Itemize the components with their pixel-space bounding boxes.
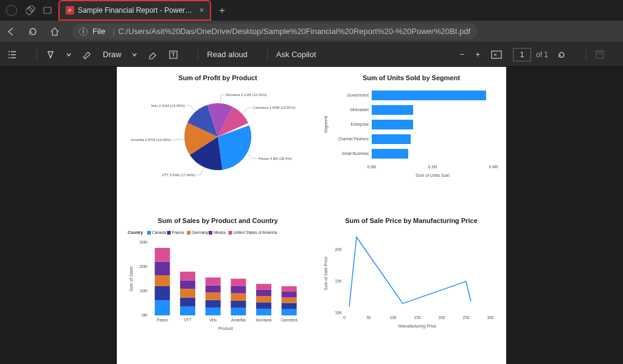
svg-rect-77 bbox=[282, 292, 297, 298]
window-titlebar: P Sample Financial Report - Power… × ＋ bbox=[0, 0, 623, 21]
address-bar[interactable]: i File | C:/Users/Asit%20Das/OneDrive/De… bbox=[72, 24, 478, 39]
svg-rect-65 bbox=[231, 286, 246, 294]
rotate-button[interactable] bbox=[557, 50, 566, 60]
address-bar-row: i File | C:/Users/Asit%20Das/OneDrive/De… bbox=[0, 21, 623, 43]
svg-rect-59 bbox=[206, 286, 221, 293]
svg-rect-62 bbox=[231, 308, 246, 315]
svg-rect-45 bbox=[155, 286, 170, 300]
svg-text:Carretera 1.83M (10.81%): Carretera 1.83M (10.81%) bbox=[253, 106, 296, 109]
chart-title: Sum of Sales by Product and Country bbox=[158, 217, 277, 224]
svg-rect-74 bbox=[282, 309, 297, 315]
url-scheme: File bbox=[92, 27, 105, 36]
svg-text:Paseo: Paseo bbox=[157, 318, 169, 322]
zoom-in-button[interactable]: + bbox=[475, 50, 480, 59]
home-button[interactable] bbox=[50, 27, 62, 36]
svg-rect-69 bbox=[256, 302, 271, 309]
workspaces-icon[interactable] bbox=[26, 5, 35, 15]
svg-text:20K: 20K bbox=[335, 247, 342, 252]
site-info-icon[interactable]: i bbox=[79, 27, 88, 36]
svg-rect-35 bbox=[209, 231, 212, 235]
profile-avatar[interactable] bbox=[6, 5, 17, 16]
fit-page-button[interactable] bbox=[491, 50, 502, 59]
svg-rect-64 bbox=[231, 294, 246, 301]
svg-text:0M: 0M bbox=[142, 313, 147, 317]
zoom-out-button[interactable]: − bbox=[460, 50, 465, 59]
svg-text:Government: Government bbox=[347, 93, 369, 97]
svg-text:Paseo 4.8M (28.4%): Paseo 4.8M (28.4%) bbox=[259, 157, 292, 160]
bar-chart: GovernmentMidmarketEnterpriseChannel Par… bbox=[320, 85, 503, 185]
svg-rect-31 bbox=[167, 231, 171, 235]
svg-text:Sum of Sale Price: Sum of Sale Price bbox=[324, 256, 328, 290]
svg-text:200: 200 bbox=[439, 315, 445, 320]
svg-rect-44 bbox=[155, 300, 170, 315]
svg-text:0.0M: 0.0M bbox=[367, 165, 376, 169]
read-aloud-button[interactable]: Read aloud bbox=[207, 50, 248, 59]
svg-text:Velo: Velo bbox=[209, 318, 217, 322]
svg-text:300: 300 bbox=[487, 315, 494, 320]
draw-label[interactable]: Draw bbox=[103, 50, 121, 59]
svg-text:VTT 3.03M (17.96%): VTT 3.03M (17.96%) bbox=[162, 173, 196, 177]
tab-actions-icon[interactable] bbox=[43, 5, 52, 15]
tab-title: Sample Financial Report - Power… bbox=[78, 6, 192, 15]
svg-rect-13 bbox=[372, 91, 486, 100]
pdf-viewport[interactable]: Sum of Profit by Product Paseo 4.8M (28.… bbox=[0, 67, 623, 364]
svg-rect-47 bbox=[155, 262, 170, 276]
highlight-button[interactable] bbox=[46, 50, 55, 60]
svg-rect-54 bbox=[180, 272, 195, 280]
svg-text:Sum of Sales: Sum of Sales bbox=[129, 266, 133, 292]
svg-text:250: 250 bbox=[463, 315, 470, 320]
svg-rect-66 bbox=[231, 279, 246, 286]
svg-text:100: 100 bbox=[390, 315, 397, 320]
erase-button[interactable] bbox=[148, 50, 158, 60]
save-button[interactable] bbox=[595, 50, 605, 60]
browser-tab[interactable]: P Sample Financial Report - Power… × bbox=[60, 1, 210, 19]
svg-text:Sum of Units Sold: Sum of Units Sold bbox=[416, 173, 450, 177]
svg-text:Amarilla: Amarilla bbox=[231, 318, 246, 322]
svg-text:United States of America: United States of America bbox=[234, 230, 277, 235]
svg-text:Velo 2.31M (13.05%): Velo 2.31M (13.05%) bbox=[151, 104, 185, 108]
svg-rect-50 bbox=[180, 307, 195, 315]
svg-rect-57 bbox=[206, 300, 221, 307]
svg-text:Enterprise: Enterprise bbox=[350, 122, 369, 127]
pdf-file-icon: P bbox=[66, 6, 74, 15]
svg-rect-53 bbox=[180, 280, 195, 289]
svg-text:Midmarket: Midmarket bbox=[350, 108, 369, 112]
contents-button[interactable] bbox=[7, 50, 17, 60]
draw-dropdown[interactable] bbox=[132, 52, 137, 57]
chart-title: Sum of Units Sold by Segment bbox=[363, 74, 460, 81]
page-number-input[interactable] bbox=[513, 48, 531, 61]
pdf-toolbar: Draw Read aloud Ask Copilot − + of 1 bbox=[0, 43, 623, 67]
svg-rect-52 bbox=[180, 289, 195, 297]
back-button[interactable] bbox=[6, 27, 18, 36]
svg-text:30M: 30M bbox=[139, 240, 147, 244]
chart-sale-price-by-mfg-price: Sum of Sale Price by Manufacturing Price… bbox=[320, 217, 503, 364]
svg-text:Small Business: Small Business bbox=[342, 151, 369, 156]
chart-profit-by-product: Sum of Profit by Product Paseo 4.8M (28.… bbox=[127, 74, 309, 212]
svg-text:Montana: Montana bbox=[256, 318, 272, 322]
close-tab-button[interactable]: × bbox=[200, 6, 204, 15]
url-separator: | bbox=[113, 27, 114, 36]
svg-text:Canada: Canada bbox=[152, 230, 166, 235]
svg-rect-29 bbox=[147, 231, 151, 235]
svg-text:VTT: VTT bbox=[184, 318, 191, 322]
highlight-dropdown[interactable] bbox=[66, 52, 71, 57]
svg-rect-76 bbox=[282, 298, 297, 303]
svg-rect-72 bbox=[256, 284, 271, 290]
svg-text:0.2M: 0.2M bbox=[428, 165, 437, 169]
svg-rect-15 bbox=[372, 105, 413, 115]
new-tab-button[interactable]: ＋ bbox=[217, 4, 227, 17]
ask-copilot-button[interactable]: Ask Copilot bbox=[276, 50, 316, 59]
svg-rect-78 bbox=[282, 286, 297, 292]
line-chart: 10K15K20KSum of Sale Price05010015020025… bbox=[320, 228, 503, 337]
svg-rect-33 bbox=[187, 231, 190, 235]
refresh-button[interactable] bbox=[28, 27, 40, 36]
chart-title: Sum of Sale Price by Manufacturing Price bbox=[345, 217, 478, 224]
svg-rect-21 bbox=[372, 149, 408, 159]
svg-rect-56 bbox=[206, 307, 221, 315]
text-button[interactable] bbox=[169, 50, 178, 60]
svg-rect-17 bbox=[372, 120, 413, 129]
draw-tool-icon[interactable] bbox=[82, 50, 92, 60]
svg-text:Segment: Segment bbox=[324, 116, 329, 133]
svg-text:France: France bbox=[172, 230, 185, 235]
svg-rect-5 bbox=[596, 51, 604, 58]
